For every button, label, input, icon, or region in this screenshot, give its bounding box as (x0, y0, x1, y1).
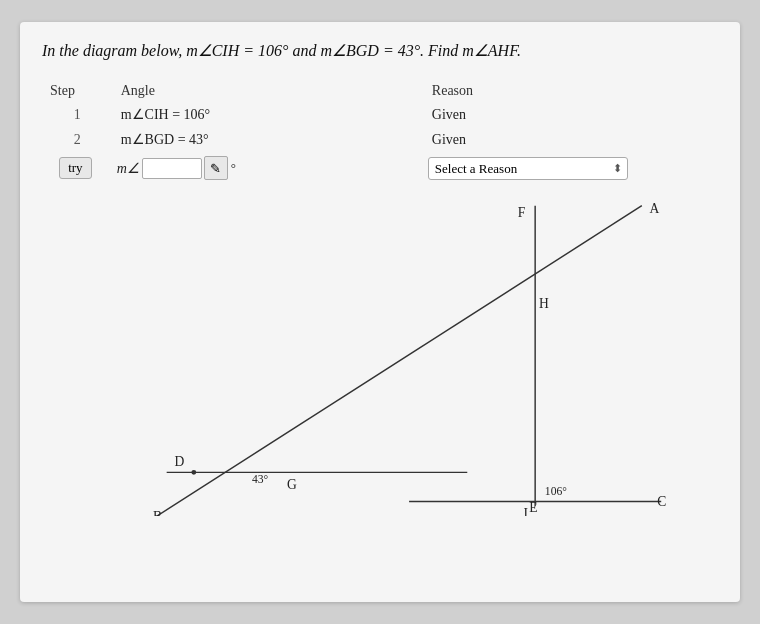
reason-select[interactable]: Select a Reason Given Vertical Angles Co… (428, 157, 628, 180)
col-header-reason: Reason (424, 80, 718, 102)
try-cell: try (42, 152, 113, 184)
problem-statement: In the diagram below, m∠CIH = 106° and m… (42, 40, 718, 62)
col-header-step: Step (42, 80, 113, 102)
table-row: 2 m∠BGD = 43° Given (42, 127, 718, 152)
try-button[interactable]: try (59, 157, 91, 179)
label-F: F (518, 206, 526, 221)
step-2: 2 (42, 127, 113, 152)
label-E: E (529, 501, 537, 516)
diagram-area: F A H D G 43° B I 106° C E (42, 196, 718, 516)
degree-label: ° (231, 160, 236, 176)
label-A: A (650, 202, 660, 217)
angle-input-cell: m∠ ✎ ° (113, 152, 424, 184)
label-43deg: 43° (252, 473, 269, 486)
label-G: G (287, 477, 297, 492)
col-header-angle: Angle (113, 80, 424, 102)
svg-point-2 (191, 470, 196, 475)
step-1: 1 (42, 102, 113, 127)
try-row: try m∠ ✎ ° Select a Reason Given (42, 152, 718, 184)
proof-table: Step Angle Reason 1 m∠CIH = 106° Given 2… (42, 80, 718, 184)
label-D: D (174, 454, 184, 469)
label-C: C (657, 495, 666, 510)
label-I: I (524, 506, 529, 516)
label-H: H (539, 296, 549, 311)
table-row: 1 m∠CIH = 106° Given (42, 102, 718, 127)
angle-value-input[interactable] (142, 158, 202, 179)
reason-1: Given (424, 102, 718, 127)
reason-2: Given (424, 127, 718, 152)
angle-1: m∠CIH = 106° (113, 102, 424, 127)
reason-select-cell: Select a Reason Given Vertical Angles Co… (424, 152, 718, 184)
eraser-button[interactable]: ✎ (204, 156, 228, 180)
geometry-diagram: F A H D G 43° B I 106° C E (42, 196, 718, 516)
svg-line-0 (157, 206, 642, 516)
label-B: B (153, 509, 162, 516)
angle-prefix-label: m∠ (117, 160, 140, 177)
main-card: In the diagram below, m∠CIH = 106° and m… (20, 22, 740, 602)
reason-select-wrapper: Select a Reason Given Vertical Angles Co… (428, 157, 628, 180)
label-106deg: 106° (545, 485, 567, 498)
angle-2: m∠BGD = 43° (113, 127, 424, 152)
